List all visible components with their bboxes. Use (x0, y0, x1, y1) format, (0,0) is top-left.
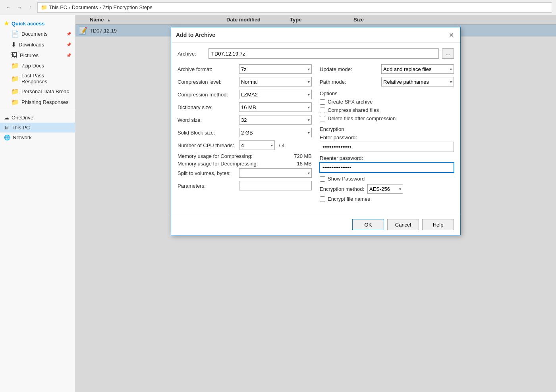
solid-block-select-wrapper: 2 GB 1 GB 4 GB (239, 128, 312, 137)
modal-overlay: Add to Archive ✕ Archive: ... (75, 15, 556, 392)
sidebar-item-pictures[interactable]: 🖼 Pictures 📌 (0, 50, 75, 60)
sidebar-item-7zip-docs[interactable]: 📁 7zip Docs (0, 60, 75, 71)
sidebar-item-onedrive[interactable]: ☁ OneDrive (0, 113, 75, 123)
memory-decompressing-value: 18 MB (265, 161, 312, 167)
pin-icon-documents: 📌 (66, 32, 71, 36)
encryption-section: Encryption Enter password: Reenter passw… (320, 126, 454, 202)
dictionary-size-select-wrapper: 16 MB 8 MB 32 MB (239, 102, 312, 112)
parameters-label: Parameters: (178, 183, 239, 189)
path-mode-select[interactable]: Relative pathnames No pathnames Absolute… (381, 77, 454, 86)
sidebar-lastpass-label: Last Pass Responses (21, 73, 71, 85)
pin-icon-downloads: 📌 (66, 42, 71, 47)
phishing-icon: 📁 (11, 98, 19, 106)
encrypt-filenames-row: Encrypt file names (320, 196, 454, 202)
sidebar-item-phishing[interactable]: 📁 Phishing Responses (0, 97, 75, 108)
archive-path-input[interactable] (208, 48, 439, 59)
archive-label: Archive: (178, 51, 205, 57)
downloads-icon: ⬇ (11, 41, 16, 48)
word-size-select-wrapper: 32 8 16 64 (239, 115, 312, 125)
word-size-row: Word size: 32 8 16 64 (178, 115, 312, 125)
breadcrumb-icon: 📁 (41, 4, 47, 10)
memory-compressing-label: Memory usage for Compressing: (178, 153, 265, 159)
sidebar-item-lastpass[interactable]: 📁 Last Pass Responses (0, 71, 75, 86)
word-size-select[interactable]: 32 8 16 64 (239, 115, 312, 125)
show-password-row: Show Password (320, 176, 454, 182)
up-button[interactable]: ↑ (26, 3, 35, 12)
sidebar-item-documents[interactable]: 📄 Documents 📌 (0, 29, 75, 39)
sidebar-onedrive-label: OneDrive (12, 115, 33, 121)
cpu-threads-select[interactable]: 4 1 2 3 (239, 140, 275, 150)
dictionary-size-label: Dictionary size: (178, 104, 239, 110)
memory-compressing-value: 720 MB (265, 153, 312, 159)
delete-after-label: Delete files after compression (328, 115, 396, 121)
compress-shared-label: Compress shared files (328, 107, 379, 113)
compression-method-select-wrapper: LZMA2 LZMA PPMd (239, 90, 312, 99)
help-button[interactable]: Help (422, 219, 454, 230)
delete-after-row: Delete files after compression (320, 115, 454, 121)
options-section: Options Create SFX archive Compress shar… (320, 90, 454, 121)
address-bar: ← → ↑ 📁 This PC › Documents › 7zip Encry… (0, 0, 556, 15)
parameters-row: Parameters: (178, 181, 312, 190)
sidebar-item-personal-data[interactable]: 📁 Personal Data Breac (0, 86, 75, 97)
enter-password-input[interactable] (320, 142, 454, 152)
cpu-threads-label: Number of CPU threads: (178, 142, 239, 148)
memory-decompressing-label: Memory usage for Decompressing: (178, 161, 265, 167)
sidebar-item-this-pc[interactable]: 🖥 This PC (0, 123, 75, 133)
split-volumes-row: Split to volumes, bytes: (178, 168, 312, 178)
reenter-password-input[interactable] (320, 162, 454, 173)
network-icon: 🌐 (4, 135, 10, 140)
split-volumes-select[interactable] (239, 168, 312, 178)
archive-format-select[interactable]: 7z zip tar (239, 64, 312, 74)
lastpass-icon: 📁 (11, 75, 19, 83)
sidebar-phishing-label: Phishing Responses (21, 99, 69, 105)
solid-block-select[interactable]: 2 GB 1 GB 4 GB (239, 128, 312, 137)
solid-block-row: Solid Block size: 2 GB 1 GB 4 GB (178, 128, 312, 137)
quick-access-header[interactable]: ★ Quick access (0, 18, 75, 29)
sidebar-pictures-label: Pictures (20, 52, 39, 58)
dialog-close-button[interactable]: ✕ (447, 31, 456, 39)
back-button[interactable]: ← (4, 3, 13, 12)
compression-level-select[interactable]: Normal Store Fast Maximum Ultra (239, 77, 312, 86)
pin-icon-pictures: 📌 (66, 53, 71, 58)
update-mode-row: Update mode: Add and replace files Updat… (320, 64, 454, 74)
update-mode-select-wrapper: Add and replace files Update and add fil… (381, 64, 454, 74)
word-size-label: Word size: (178, 117, 239, 123)
compression-method-select[interactable]: LZMA2 LZMA PPMd (239, 90, 312, 99)
dictionary-size-select[interactable]: 16 MB 8 MB 32 MB (239, 102, 312, 112)
update-mode-select[interactable]: Add and replace files Update and add fil… (381, 64, 454, 74)
onedrive-icon: ☁ (4, 115, 9, 121)
compression-method-row: Compression method: LZMA2 LZMA PPMd (178, 90, 312, 99)
encryption-method-select[interactable]: AES-256 ZipCrypto (367, 184, 403, 194)
compress-shared-checkbox[interactable] (320, 108, 325, 113)
encrypt-filenames-checkbox[interactable] (320, 196, 325, 202)
forward-button[interactable]: → (15, 3, 24, 12)
create-sfx-label: Create SFX archive (328, 99, 373, 105)
sidebar: ★ Quick access 📄 Documents 📌 ⬇ Downloads… (0, 15, 75, 392)
content-area: Name ▲ Date modified Type Size 📝 TD07.12… (75, 15, 556, 392)
update-mode-label: Update mode: (320, 66, 381, 72)
create-sfx-checkbox[interactable] (320, 99, 325, 105)
show-password-label: Show Password (328, 176, 365, 182)
sidebar-item-network[interactable]: 🌐 Network (0, 133, 75, 142)
split-volumes-label: Split to volumes, bytes: (178, 170, 239, 176)
encryption-method-label: Encryption method: (320, 186, 364, 192)
parameters-input[interactable] (239, 181, 312, 190)
encryption-method-select-wrapper: AES-256 ZipCrypto (367, 184, 403, 194)
ok-button[interactable]: OK (352, 219, 384, 230)
memory-compressing-row: Memory usage for Compressing: 720 MB (178, 153, 312, 159)
archive-format-row: Archive format: 7z zip tar (178, 64, 312, 74)
create-sfx-row: Create SFX archive (320, 99, 454, 105)
split-input-wrapper (239, 168, 312, 178)
star-icon: ★ (4, 20, 9, 27)
show-password-checkbox[interactable] (320, 176, 325, 182)
memory-decompressing-row: Memory usage for Decompressing: 18 MB (178, 161, 312, 167)
browse-button[interactable]: ... (442, 48, 454, 59)
dictionary-size-row: Dictionary size: 16 MB 8 MB 32 MB (178, 102, 312, 112)
delete-after-checkbox[interactable] (320, 116, 325, 121)
path-mode-label: Path mode: (320, 79, 381, 85)
7zip-docs-icon: 📁 (11, 62, 19, 69)
cancel-button[interactable]: Cancel (387, 219, 419, 230)
sidebar-item-downloads[interactable]: ⬇ Downloads 📌 (0, 39, 75, 50)
dialog-footer: OK Cancel Help (171, 214, 460, 235)
encrypt-filenames-label: Encrypt file names (328, 196, 370, 202)
